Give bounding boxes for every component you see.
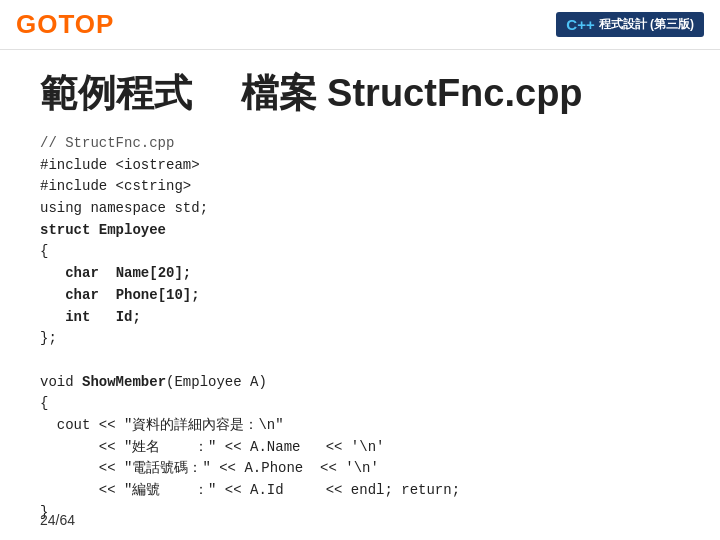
code-line-17: }: [40, 502, 680, 524]
code-line-12: {: [40, 393, 680, 415]
code-line-7: char Name[20];: [40, 263, 680, 285]
code-line-1: // StructFnc.cpp: [40, 133, 680, 155]
code-line-2: #include <iostream>: [40, 155, 680, 177]
code-line-13: cout << "資料的詳細內容是：\n": [40, 415, 680, 437]
code-line-8: char Phone[10];: [40, 285, 680, 307]
slide-page: GOTOP C++ 程式設計 (第三版) 範例程式 檔案 StructFnc.c…: [0, 0, 720, 540]
code-block: // StructFnc.cpp #include <iostream> #in…: [40, 133, 680, 523]
code-line-14: << "姓名 ：" << A.Name << '\n': [40, 437, 680, 459]
page-number: 24/64: [40, 512, 75, 528]
code-line-5: struct Employee: [40, 220, 680, 242]
badge-cpp-label: C++: [566, 16, 594, 33]
badge-edition-label: 程式設計 (第三版): [599, 16, 694, 33]
title-area: 範例程式 檔案 StructFnc.cpp: [0, 50, 720, 129]
page-title: 範例程式 檔案 StructFnc.cpp: [40, 68, 680, 119]
header-bar: GOTOP C++ 程式設計 (第三版): [0, 0, 720, 50]
code-line-10: };: [40, 328, 680, 350]
code-line-3: #include <cstring>: [40, 176, 680, 198]
code-line-15: << "電話號碼：" << A.Phone << '\n': [40, 458, 680, 480]
code-line-9: int Id;: [40, 307, 680, 329]
code-line-6: {: [40, 241, 680, 263]
code-line-11: void ShowMember(Employee A): [40, 372, 680, 394]
code-line-blank: [40, 350, 680, 372]
code-line-16: << "編號 ：" << A.Id << endl; return;: [40, 480, 680, 502]
code-line-4: using namespace std;: [40, 198, 680, 220]
code-content-area: // StructFnc.cpp #include <iostream> #in…: [0, 129, 720, 533]
gotop-logo: GOTOP: [16, 9, 114, 40]
cpp-badge: C++ 程式設計 (第三版): [556, 12, 704, 37]
